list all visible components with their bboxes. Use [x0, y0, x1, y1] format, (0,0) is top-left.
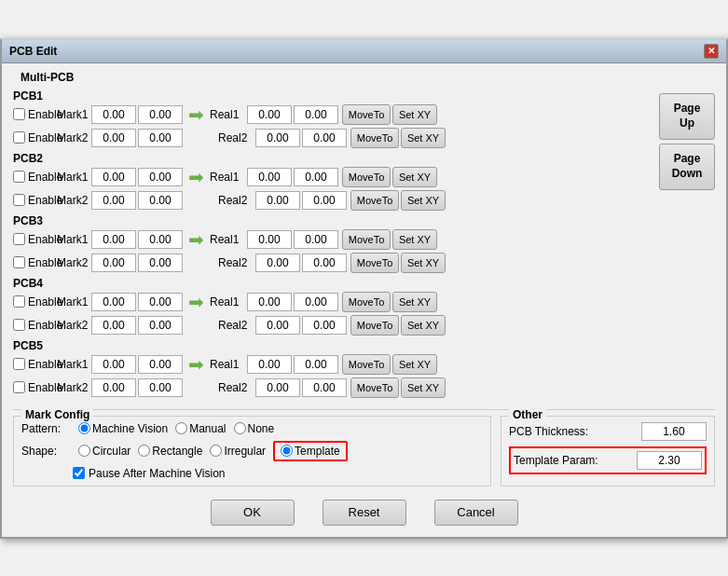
other-title: Other — [509, 408, 546, 421]
val1-input[interactable] — [91, 129, 136, 147]
val1-input[interactable] — [91, 316, 136, 335]
pattern-manual[interactable]: Manual — [175, 422, 226, 435]
val1-input[interactable] — [91, 168, 136, 186]
close-button[interactable]: ✕ — [704, 44, 719, 59]
window-content: Multi-PCB PCB1 Enable Mark1 ➡ Real1 Move… — [2, 63, 726, 537]
mark-label: Mark1 — [57, 171, 89, 184]
window-title: PCB Edit — [9, 45, 57, 58]
pause-row: Pause After Machine Vision — [73, 467, 483, 480]
pattern-machine-vision[interactable]: Machine Vision — [78, 422, 168, 435]
val1-input[interactable] — [91, 355, 136, 374]
rval2-input[interactable] — [302, 316, 347, 335]
move-to-button[interactable]: MoveTo — [350, 190, 399, 211]
val2-input[interactable] — [138, 293, 183, 311]
val2-input[interactable] — [138, 129, 183, 147]
rval1-input[interactable] — [247, 168, 292, 186]
set-xy-button[interactable]: Set XY — [401, 128, 446, 148]
enable-checkbox[interactable] — [13, 358, 25, 370]
move-to-button[interactable]: MoveTo — [342, 354, 391, 375]
shape-template[interactable]: Template — [273, 441, 348, 461]
page-up-button[interactable]: PageUp — [659, 93, 715, 140]
enable-checkbox[interactable] — [13, 131, 25, 144]
pcb-row-pcb3-1: Enable Mark2 Real2 MoveTo Set XY — [13, 253, 653, 273]
pcb-thickness-input[interactable] — [641, 422, 707, 441]
shape-row: Shape: Circular Rectangle Irregular Te — [21, 441, 483, 461]
enable-checkbox[interactable] — [13, 295, 25, 308]
mark-label: Mark1 — [57, 233, 89, 246]
rval2-input[interactable] — [294, 293, 338, 311]
pause-checkbox[interactable] — [73, 467, 85, 479]
ok-button[interactable]: OK — [211, 500, 295, 526]
val2-input[interactable] — [138, 378, 183, 397]
rval1-input[interactable] — [255, 378, 300, 397]
rval2-input[interactable] — [302, 191, 347, 210]
cancel-button[interactable]: Cancel — [434, 500, 518, 526]
move-to-button[interactable]: MoveTo — [342, 104, 391, 125]
set-xy-button[interactable]: Set XY — [401, 253, 446, 273]
set-xy-button[interactable]: Set XY — [392, 354, 437, 375]
move-to-button[interactable]: MoveTo — [350, 128, 399, 148]
title-bar: PCB Edit ✕ — [2, 40, 726, 63]
rval2-input[interactable] — [302, 378, 347, 397]
enable-checkbox[interactable] — [13, 194, 25, 206]
rval1-input[interactable] — [255, 129, 300, 147]
val2-input[interactable] — [138, 168, 183, 186]
set-xy-button[interactable]: Set XY — [392, 229, 437, 250]
move-to-button[interactable]: MoveTo — [350, 315, 399, 336]
rval2-input[interactable] — [294, 355, 338, 374]
val1-input[interactable] — [91, 191, 136, 210]
rval1-input[interactable] — [247, 293, 292, 311]
rval1-input[interactable] — [255, 254, 300, 272]
move-to-button[interactable]: MoveTo — [350, 377, 399, 398]
rval1-input[interactable] — [247, 355, 292, 374]
val2-input[interactable] — [138, 316, 183, 335]
page-down-button[interactable]: PageDown — [659, 144, 715, 190]
set-xy-button[interactable]: Set XY — [401, 377, 446, 398]
val1-input[interactable] — [91, 230, 136, 249]
rval1-input[interactable] — [255, 191, 300, 210]
set-xy-button[interactable]: Set XY — [401, 315, 446, 336]
move-to-button[interactable]: MoveTo — [342, 167, 391, 187]
set-xy-button[interactable]: Set XY — [392, 167, 437, 187]
val1-input[interactable] — [91, 254, 136, 272]
set-xy-button[interactable]: Set XY — [392, 292, 437, 312]
rval2-input[interactable] — [294, 105, 338, 124]
rval2-input[interactable] — [302, 254, 347, 272]
move-to-button[interactable]: MoveTo — [342, 292, 391, 312]
enable-checkbox[interactable] — [13, 256, 25, 268]
shape-rectangle[interactable]: Rectangle — [138, 445, 202, 458]
template-param-input[interactable] — [637, 451, 702, 470]
val2-input[interactable] — [138, 230, 183, 249]
enable-checkbox[interactable] — [13, 233, 25, 245]
val2-input[interactable] — [138, 355, 183, 374]
move-to-button[interactable]: MoveTo — [350, 253, 399, 273]
rval2-input[interactable] — [294, 168, 338, 186]
val2-input[interactable] — [138, 254, 183, 272]
pcb-section-pcb1: PCB1 Enable Mark1 ➡ Real1 MoveTo Set XY … — [13, 89, 653, 148]
enable-label: Enable — [13, 171, 55, 184]
shape-circular[interactable]: Circular — [78, 445, 130, 458]
val1-input[interactable] — [91, 378, 136, 397]
rval1-input[interactable] — [247, 105, 292, 124]
mark-config-title: Mark Config — [21, 408, 93, 421]
pattern-none[interactable]: None — [234, 422, 275, 435]
enable-checkbox[interactable] — [13, 171, 25, 183]
rval1-input[interactable] — [247, 230, 292, 249]
enable-checkbox[interactable] — [13, 319, 25, 331]
shape-irregular[interactable]: Irregular — [210, 445, 266, 458]
set-xy-button[interactable]: Set XY — [401, 190, 446, 211]
val1-input[interactable] — [91, 105, 136, 124]
rval2-input[interactable] — [302, 129, 347, 147]
val2-input[interactable] — [138, 105, 183, 124]
template-label: Template — [295, 445, 340, 458]
rval1-input[interactable] — [255, 316, 300, 335]
val2-input[interactable] — [138, 191, 183, 210]
set-xy-button[interactable]: Set XY — [392, 104, 437, 125]
rval2-input[interactable] — [294, 230, 338, 249]
move-to-button[interactable]: MoveTo — [342, 229, 391, 250]
val1-input[interactable] — [91, 293, 136, 311]
arrow-icon: ➡ — [188, 230, 204, 249]
enable-checkbox[interactable] — [13, 381, 25, 393]
reset-button[interactable]: Reset — [323, 500, 406, 526]
enable-checkbox[interactable] — [13, 108, 25, 120]
